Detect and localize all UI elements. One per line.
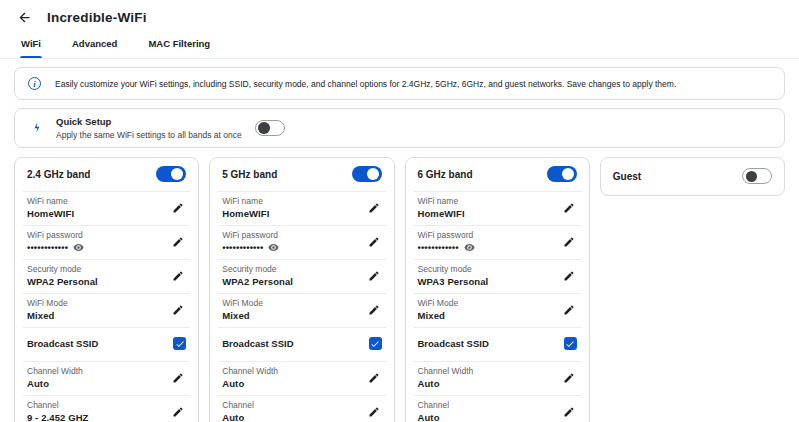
row-value: Auto xyxy=(222,412,254,422)
row-value: HomeWIFI xyxy=(418,208,465,219)
toggle-knob xyxy=(746,171,758,183)
row-wifi-name: WiFi nameHomeWIFI xyxy=(15,191,198,225)
row-value: HomeWIFI xyxy=(222,208,269,219)
broadcast-ssid-checkbox[interactable] xyxy=(369,337,382,350)
password-visibility-icon[interactable] xyxy=(73,242,84,253)
pencil-icon xyxy=(368,406,380,418)
band-card-5-ghz-band: 5 GHz bandWiFi nameHomeWIFIWiFi password… xyxy=(209,157,394,422)
row-value: Mixed xyxy=(418,310,459,321)
row-label: Channel Width xyxy=(222,366,278,376)
row-wifi-password: WiFi password•••••••••••• xyxy=(15,225,198,259)
row-broadcast-ssid: Broadcast SSID xyxy=(210,327,393,361)
pencil-icon xyxy=(368,236,380,248)
password-visibility-icon[interactable] xyxy=(464,242,475,253)
row-value-text: Mixed xyxy=(27,310,54,321)
pencil-icon xyxy=(563,202,575,214)
row-label: WiFi Mode xyxy=(222,298,263,308)
edit-channel-width-button[interactable] xyxy=(366,370,382,386)
pencil-icon xyxy=(563,304,575,316)
row-label: WiFi name xyxy=(222,196,269,206)
pencil-icon xyxy=(172,270,184,282)
edit-wifi-password-button[interactable] xyxy=(561,234,577,250)
page-title: Incredible-WiFi xyxy=(47,10,147,25)
row-value-text: WPA3 Personal xyxy=(418,276,489,287)
row-value: Mixed xyxy=(27,310,68,321)
row-wifi-password: WiFi password•••••••••••• xyxy=(406,225,589,259)
row-broadcast-ssid: Broadcast SSID xyxy=(15,327,198,361)
tab-advanced[interactable]: Advanced xyxy=(70,30,119,58)
edit-channel-width-button[interactable] xyxy=(561,370,577,386)
row-label: WiFi password xyxy=(418,230,475,240)
quick-setup-title: Quick Setup xyxy=(56,116,242,127)
row-value-text: WPA2 Personal xyxy=(222,276,293,287)
row-text: WiFi nameHomeWIFI xyxy=(222,196,269,219)
quick-setup-toggle[interactable] xyxy=(255,120,285,136)
edit-wifi-name-button[interactable] xyxy=(561,200,577,216)
password-visibility-icon[interactable] xyxy=(268,242,279,253)
band-toggle-6-ghz-band[interactable] xyxy=(547,166,577,182)
edit-channel-width-button[interactable] xyxy=(170,370,186,386)
row-value: •••••••••••• xyxy=(222,242,279,253)
pencil-icon xyxy=(563,270,575,282)
edit-wifi-mode-button[interactable] xyxy=(170,302,186,318)
tab-wifi[interactable]: WiFi xyxy=(19,30,43,58)
band-cards-row: 2.4 GHz bandWiFi nameHomeWIFIWiFi passwo… xyxy=(14,157,785,422)
row-label: Security mode xyxy=(222,264,293,274)
row-text: WiFi ModeMixed xyxy=(222,298,263,321)
row-text: Channel WidthAuto xyxy=(27,366,83,389)
arrow-left-icon xyxy=(17,10,32,25)
row-label: WiFi name xyxy=(27,196,74,206)
row-value-text: HomeWIFI xyxy=(222,208,269,219)
band-name: 5 GHz band xyxy=(222,169,277,180)
broadcast-ssid-checkbox[interactable] xyxy=(564,337,577,350)
guest-toggle[interactable] xyxy=(742,168,772,184)
pencil-icon xyxy=(368,372,380,384)
edit-security-mode-button[interactable] xyxy=(170,268,186,284)
toggle-knob xyxy=(171,168,183,180)
row-value-text: Mixed xyxy=(222,310,249,321)
edit-wifi-name-button[interactable] xyxy=(170,200,186,216)
edit-channel-button[interactable] xyxy=(366,404,382,420)
broadcast-ssid-checkbox[interactable] xyxy=(173,337,186,350)
edit-security-mode-button[interactable] xyxy=(366,268,382,284)
row-security-mode: Security modeWPA2 Personal xyxy=(210,259,393,293)
pencil-icon xyxy=(368,304,380,316)
check-icon xyxy=(565,339,575,349)
row-security-mode: Security modeWPA2 Personal xyxy=(15,259,198,293)
row-value-text: •••••••••••• xyxy=(418,242,459,253)
row-text: WiFi password•••••••••••• xyxy=(418,230,475,253)
band-toggle-2-4-ghz-band[interactable] xyxy=(156,166,186,182)
edit-security-mode-button[interactable] xyxy=(561,268,577,284)
row-broadcast-ssid: Broadcast SSID xyxy=(406,327,589,361)
edit-wifi-mode-button[interactable] xyxy=(561,302,577,318)
pencil-icon xyxy=(368,202,380,214)
edit-channel-button[interactable] xyxy=(170,404,186,420)
tab-mac-filtering[interactable]: MAC Filtering xyxy=(146,30,212,58)
row-wifi-mode: WiFi ModeMixed xyxy=(406,293,589,327)
wifi-settings-page: Incredible-WiFi WiFiAdvancedMAC Filterin… xyxy=(0,0,799,422)
row-security-mode: Security modeWPA3 Personal xyxy=(406,259,589,293)
band-card-header: 2.4 GHz band xyxy=(15,158,198,191)
edit-wifi-password-button[interactable] xyxy=(170,234,186,250)
edit-channel-button[interactable] xyxy=(561,404,577,420)
row-channel: Channel9 - 2.452 GHZ xyxy=(15,395,198,422)
guest-card: Guest xyxy=(600,157,785,196)
edit-wifi-mode-button[interactable] xyxy=(366,302,382,318)
pencil-icon xyxy=(563,372,575,384)
row-label: WiFi password xyxy=(27,230,84,240)
row-wifi-name: WiFi nameHomeWIFI xyxy=(210,191,393,225)
row-value-text: HomeWIFI xyxy=(418,208,465,219)
row-value: Auto xyxy=(27,378,83,389)
row-text: ChannelAuto xyxy=(222,400,254,422)
row-text: Channel WidthAuto xyxy=(418,366,474,389)
row-channel: ChannelAuto xyxy=(210,395,393,422)
edit-wifi-password-button[interactable] xyxy=(366,234,382,250)
edit-wifi-name-button[interactable] xyxy=(366,200,382,216)
row-text: WiFi password•••••••••••• xyxy=(222,230,279,253)
band-toggle-5-ghz-band[interactable] xyxy=(352,166,382,182)
back-button[interactable] xyxy=(17,10,32,25)
row-text: WiFi nameHomeWIFI xyxy=(418,196,465,219)
row-channel: ChannelAuto xyxy=(406,395,589,422)
row-text: WiFi ModeMixed xyxy=(27,298,68,321)
row-channel-width: Channel WidthAuto xyxy=(210,361,393,395)
